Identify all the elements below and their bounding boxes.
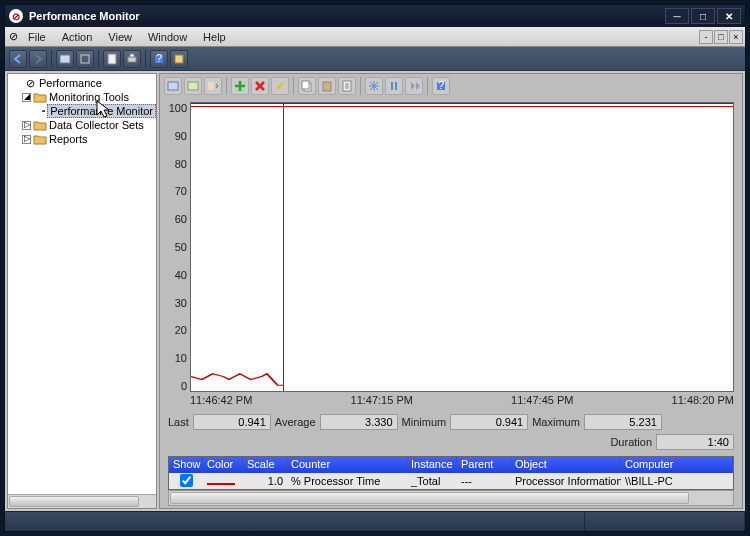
forward-button[interactable] (29, 50, 47, 68)
col-show[interactable]: Show (169, 457, 203, 473)
cell-object: Processor Information (511, 474, 621, 488)
chart-props-button[interactable] (338, 77, 356, 95)
mdi-minimize-button[interactable]: - (699, 30, 713, 44)
mdi-restore-button[interactable]: □ (714, 30, 728, 44)
svg-rect-8 (42, 110, 45, 112)
svg-rect-14 (302, 81, 309, 89)
svg-rect-2 (108, 54, 116, 64)
avg-label: Average (275, 416, 316, 428)
perfmon-toolbar: ? (160, 74, 742, 98)
freeze-button[interactable] (365, 77, 383, 95)
mmc-toolbar: ? (5, 47, 745, 71)
show-checkbox[interactable] (180, 474, 193, 487)
col-computer[interactable]: Computer (621, 457, 733, 473)
svg-rect-1 (81, 55, 89, 63)
highlight-button[interactable] (271, 77, 289, 95)
properties-button[interactable] (103, 50, 121, 68)
add-counter-button[interactable] (231, 77, 249, 95)
svg-rect-18 (395, 82, 397, 90)
tree-root[interactable]: ⊘ Performance (8, 76, 156, 90)
cell-counter: % Processor Time (287, 474, 407, 488)
print-button[interactable] (123, 50, 141, 68)
expand-icon[interactable]: ▷ (22, 135, 31, 144)
monitor-icon (42, 105, 45, 117)
svg-rect-0 (60, 55, 70, 63)
tree-reports[interactable]: ▷ Reports (8, 132, 156, 146)
stats-row: Last 0.941 Average 3.330 Minimum 0.941 M… (160, 410, 742, 434)
show-hide-tree-button[interactable] (56, 50, 74, 68)
max-value: 5.231 (584, 414, 662, 430)
copy-button[interactable] (298, 77, 316, 95)
svg-rect-15 (323, 82, 331, 91)
col-scale[interactable]: Scale (243, 457, 287, 473)
cell-computer: \\BILL-PC (621, 474, 733, 488)
delete-counter-button[interactable] (251, 77, 269, 95)
titlebar[interactable]: ⊘ Performance Monitor ─ □ ✕ (5, 5, 745, 27)
svg-rect-12 (208, 82, 214, 90)
menu-action[interactable]: Action (54, 29, 101, 45)
menu-file[interactable]: File (20, 29, 54, 45)
grid-row[interactable]: 1.0 % Processor Time _Total --- Processo… (169, 473, 733, 489)
col-color[interactable]: Color (203, 457, 243, 473)
color-swatch (203, 474, 243, 488)
folder-icon (33, 119, 47, 131)
folder-icon (33, 91, 47, 103)
last-label: Last (168, 416, 189, 428)
cell-instance: _Total (407, 474, 457, 488)
svg-rect-17 (391, 82, 393, 90)
grid-scrollbar[interactable] (168, 490, 734, 506)
grid-header[interactable]: Show Color Scale Counter Instance Parent… (169, 457, 733, 473)
pause-button[interactable] (385, 77, 403, 95)
svg-rect-7 (175, 55, 183, 63)
collapse-icon[interactable]: ◢ (22, 93, 31, 102)
min-value: 0.941 (450, 414, 528, 430)
col-instance[interactable]: Instance (407, 457, 457, 473)
app-icon: ⊘ (9, 9, 23, 23)
back-button[interactable] (9, 50, 27, 68)
svg-rect-11 (188, 82, 198, 90)
avg-value: 3.330 (320, 414, 398, 430)
min-label: Minimum (402, 416, 447, 428)
stats-row2: Duration 1:40 (160, 434, 742, 454)
mdi-close-button[interactable]: × (729, 30, 743, 44)
help-button[interactable]: ? (150, 50, 168, 68)
menu-window[interactable]: Window (140, 29, 195, 45)
col-parent[interactable]: Parent (457, 457, 511, 473)
chart-plot[interactable] (190, 102, 734, 392)
y-axis: 1009080706050403020100 (164, 102, 190, 392)
paste-button[interactable] (318, 77, 336, 95)
export-button[interactable] (76, 50, 94, 68)
maximize-button[interactable]: □ (691, 8, 715, 24)
tree-dcs[interactable]: ▷ Data Collector Sets (8, 118, 156, 132)
tree-monitoring-tools[interactable]: ◢ Monitoring Tools (8, 90, 156, 104)
console-tree[interactable]: ⊘ Performance ◢ Monitoring Tools Perform… (7, 73, 157, 509)
col-counter[interactable]: Counter (287, 457, 407, 473)
col-object[interactable]: Object (511, 457, 621, 473)
menu-help[interactable]: Help (195, 29, 234, 45)
expand-icon[interactable]: ▷ (22, 121, 31, 130)
close-button[interactable]: ✕ (717, 8, 741, 24)
minimize-button[interactable]: ─ (665, 8, 689, 24)
svg-rect-3 (128, 57, 136, 62)
chart-line (191, 103, 733, 391)
view-graph-button[interactable] (184, 77, 202, 95)
view-log-button[interactable] (164, 77, 182, 95)
max-label: Maximum (532, 416, 580, 428)
perfmon-window: ⊘ Performance Monitor ─ □ ✕ ⊘ File Actio… (4, 4, 746, 532)
action-button[interactable] (170, 50, 188, 68)
tree-scrollbar[interactable] (8, 494, 156, 508)
svg-rect-4 (130, 54, 134, 57)
svg-rect-10 (168, 82, 178, 90)
folder-icon (33, 133, 47, 145)
update-button[interactable] (405, 77, 423, 95)
view-type-button[interactable] (204, 77, 222, 95)
statusbar (5, 511, 745, 531)
perf-icon: ⊘ (23, 77, 37, 89)
tree-item-perfmon[interactable]: Performance Monitor (8, 104, 156, 118)
toolbar-help-button[interactable]: ? (432, 77, 450, 95)
svg-text:?: ? (156, 53, 162, 64)
app-menu-icon[interactable]: ⊘ (9, 30, 18, 43)
menu-view[interactable]: View (100, 29, 140, 45)
window-title: Performance Monitor (29, 10, 140, 22)
counter-grid[interactable]: Show Color Scale Counter Instance Parent… (168, 456, 734, 490)
